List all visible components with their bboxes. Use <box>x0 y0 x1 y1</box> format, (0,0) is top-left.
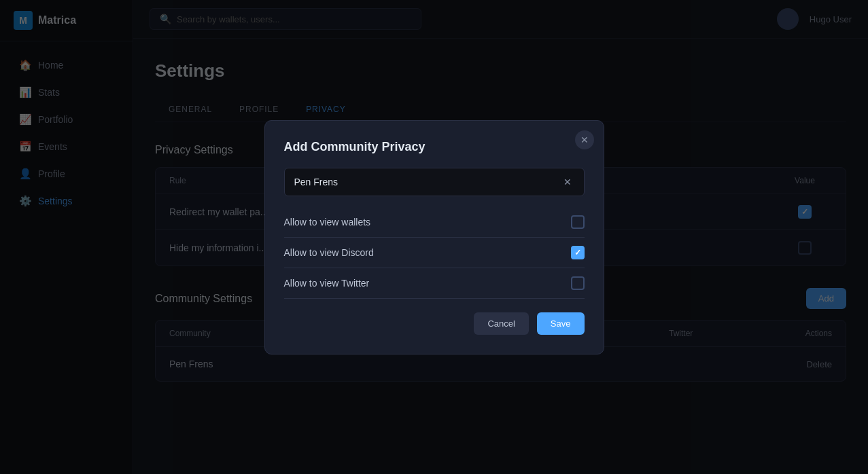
option-wallets-label: Allow to view wallets <box>284 217 371 227</box>
community-input-value: Pen Frens <box>294 177 555 187</box>
option-view-wallets: Allow to view wallets <box>284 207 585 238</box>
cancel-button[interactable]: Cancel <box>474 312 528 335</box>
option-discord-label: Allow to view Discord <box>284 247 374 258</box>
community-input-field[interactable]: Pen Frens ✕ <box>284 168 585 196</box>
modal-overlay: ✕ Add Community Privacy Pen Frens ✕ Allo… <box>0 0 868 474</box>
option-twitter-label: Allow to view Twitter <box>284 278 370 289</box>
add-community-modal: ✕ Add Community Privacy Pen Frens ✕ Allo… <box>264 120 604 354</box>
checkbox-view-wallets[interactable] <box>571 215 585 229</box>
clear-input-button[interactable]: ✕ <box>561 175 574 189</box>
modal-title: Add Community Privacy <box>284 140 585 154</box>
option-view-discord: Allow to view Discord <box>284 238 585 268</box>
checkbox-view-discord[interactable] <box>571 246 585 259</box>
option-view-twitter: Allow to view Twitter <box>284 268 585 299</box>
modal-actions: Cancel Save <box>284 312 585 335</box>
save-button[interactable]: Save <box>537 312 585 335</box>
checkbox-view-twitter[interactable] <box>571 276 585 290</box>
modal-close-button[interactable]: ✕ <box>575 130 594 149</box>
